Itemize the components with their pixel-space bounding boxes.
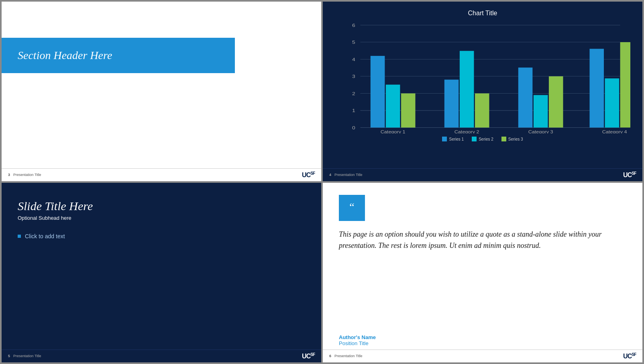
- legend-swatch-3: [501, 137, 506, 141]
- slide-3-footer: 3 Presentation Title UCSF: [2, 168, 321, 181]
- svg-text:3: 3: [352, 74, 355, 79]
- bar-cat2-s3: [475, 93, 489, 127]
- content-area: Click to add text: [18, 233, 305, 346]
- svg-text:4: 4: [352, 57, 355, 62]
- slide-title: Slide Title Here: [18, 199, 305, 213]
- slide-4-footer-text: 4 Presentation Title: [329, 173, 363, 177]
- legend-series1: Series 1: [442, 137, 464, 141]
- chart-legend: Series 1 Series 2 Series 3: [335, 137, 630, 141]
- slide-title-area: Slide Title Here Optional Subhead here: [18, 199, 305, 221]
- page-number-5: 5: [8, 354, 10, 358]
- section-header-text: Section Header Here: [18, 49, 219, 62]
- legend-swatch-1: [442, 137, 447, 141]
- slide-3-footer-text: 3 Presentation Title: [8, 173, 41, 177]
- slide-4-footer: 4 Presentation Title UCSF: [323, 168, 642, 181]
- author-section: Author's Name Position Title: [339, 334, 626, 346]
- ucsf-logo-6: UCSF: [623, 352, 636, 360]
- footer-label-4: Presentation Title: [334, 173, 363, 177]
- svg-text:Category 4: Category 4: [602, 130, 628, 133]
- bar-cat1-s3: [401, 93, 416, 127]
- bar-cat3-s2: [534, 95, 548, 128]
- bar-cat3-s3: [549, 76, 563, 128]
- slide-6: “ This page is an option should you wish…: [323, 183, 642, 362]
- slide-6-footer: 6 Presentation Title UCSF: [323, 350, 642, 362]
- chart-area: Chart Title 6 5 4 3 2 1 0: [323, 2, 642, 169]
- slide-5: Slide Title Here Optional Subhead here C…: [2, 183, 321, 362]
- chart-container: 6 5 4 3 2 1 0 Category 1: [335, 21, 630, 133]
- legend-series3: Series 3: [501, 137, 523, 141]
- slide-3: Section Header Here 3 Presentation Title…: [2, 2, 321, 181]
- page-number-6: 6: [329, 354, 331, 358]
- slide-4: Chart Title 6 5 4 3 2 1 0: [323, 2, 642, 181]
- bar-cat1-s2: [386, 85, 400, 128]
- bar-cat4-s1: [589, 49, 604, 127]
- ucsf-logo-5: UCSF: [302, 352, 315, 360]
- bullet-item-1: Click to add text: [18, 233, 305, 239]
- slide-subhead: Optional Subhead here: [18, 215, 305, 221]
- author-name: Author's Name: [339, 334, 626, 340]
- bar-chart: 6 5 4 3 2 1 0 Category 1: [335, 21, 630, 133]
- page-number-3: 3: [8, 173, 10, 177]
- slide-5-footer: 5 Presentation Title UCSF: [2, 350, 321, 362]
- svg-text:5: 5: [352, 39, 355, 45]
- bar-cat4-s2: [605, 78, 620, 127]
- bullet-square-icon: [18, 235, 21, 238]
- footer-label-5: Presentation Title: [13, 354, 41, 358]
- quote-text: This page is an option should you wish t…: [339, 229, 626, 326]
- footer-label-3: Presentation Title: [13, 173, 41, 177]
- legend-swatch-2: [472, 137, 477, 141]
- svg-text:6: 6: [352, 22, 355, 28]
- ucsf-sf: SF: [310, 171, 315, 176]
- author-position: Position Title: [339, 340, 626, 346]
- section-banner: Section Header Here: [2, 38, 235, 73]
- legend-label-1: Series 1: [449, 137, 464, 141]
- legend-label-3: Series 3: [508, 137, 523, 141]
- legend-series2: Series 2: [472, 137, 493, 141]
- svg-text:2: 2: [352, 91, 355, 96]
- slide-6-footer-text: 6 Presentation Title: [329, 354, 363, 358]
- ucsf-logo-3: UCSF: [302, 171, 315, 179]
- legend-label-2: Series 2: [479, 137, 493, 141]
- svg-text:1: 1: [352, 108, 355, 113]
- bar-cat2-s1: [444, 80, 459, 127]
- page-number-4: 4: [329, 173, 331, 177]
- chart-title: Chart Title: [335, 10, 630, 17]
- svg-text:0: 0: [352, 125, 355, 130]
- bar-cat1-s1: [371, 56, 385, 127]
- bullet-text-1: Click to add text: [25, 233, 65, 239]
- svg-text:Category 1: Category 1: [381, 130, 406, 133]
- ucsf-logo-4: UCSF: [623, 171, 636, 179]
- quote-icon-box: “: [339, 195, 365, 221]
- svg-text:Category 2: Category 2: [454, 130, 479, 133]
- ucsf-uc: UC: [302, 172, 310, 178]
- svg-text:Category 3: Category 3: [528, 130, 553, 133]
- bar-cat3-s1: [518, 67, 533, 127]
- bar-cat2-s2: [460, 51, 474, 128]
- footer-label-6: Presentation Title: [334, 354, 363, 358]
- slide-5-footer-text: 5 Presentation Title: [8, 354, 41, 358]
- quote-icon: “: [349, 201, 354, 213]
- bar-cat4-s3: [620, 42, 630, 128]
